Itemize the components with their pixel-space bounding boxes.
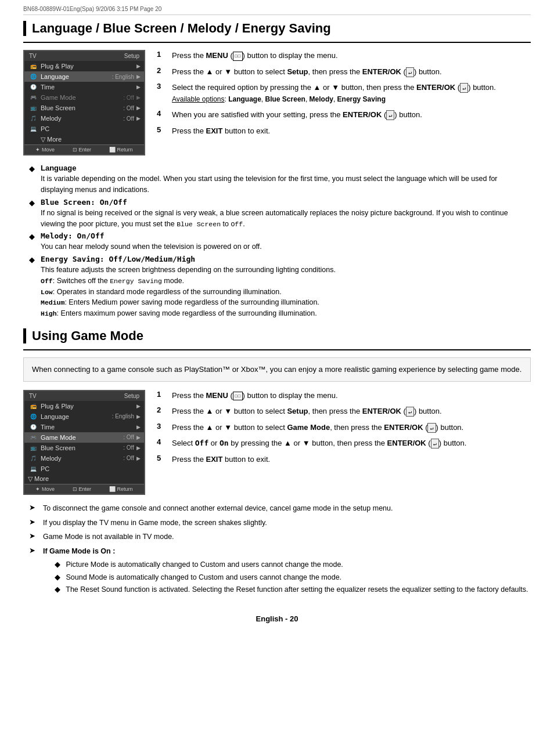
page: BN68-00889W-01Eng(Spa) 9/20/06 3:15 PM P… — [0, 0, 554, 756]
section2-content-row: TV Setup 📻 Plug & Play ▶ 🌐 Language : En… — [23, 390, 531, 495]
tv-melody-label: Melody — [41, 115, 121, 122]
step-number: 2 — [157, 66, 167, 75]
step-number: 5 — [157, 454, 167, 462]
tv-row-plug: 📻 Plug & Play ▶ — [24, 61, 144, 71]
tv2-melody-label: Melody — [41, 455, 121, 462]
step-number: 2 — [157, 406, 167, 414]
tv2-row-time: 🕐 Time ▶ — [24, 422, 144, 432]
header-bar: BN68-00889W-01Eng(Spa) 9/20/06 3:15 PM P… — [23, 6, 531, 15]
step-text: Press the ▲ or ▼ button to select Setup,… — [172, 406, 442, 417]
step1-5: 5 Press the EXIT button to exit. — [157, 125, 531, 137]
note-4: ➤ If Game Mode is On : ◆ Picture Mode is… — [23, 546, 531, 597]
bullet-title: Melody: On/Off — [41, 231, 531, 240]
tv-row-gamemode: 🎮 Game Mode : Off ▶ — [24, 92, 144, 103]
section1-content-row: TV Setup 📻 Plug & Play ▶ 🌐 Language : En… — [23, 50, 531, 155]
note-arrow-icon: ➤ — [29, 503, 39, 514]
tv2-footer-enter: ⊡ Enter — [73, 486, 91, 492]
tv-footer-enter: ⊡ Enter — [73, 147, 91, 153]
tv2-row-more: ▽ More — [24, 474, 144, 484]
tv2-pc-icon: 💻 — [28, 465, 38, 473]
step-text: Press the MENU (☐☐) button to display th… — [172, 390, 338, 401]
tv-lang-icon: 🌐 — [28, 73, 38, 81]
bullet-language: ◆ Language It is variable depending on t… — [29, 164, 531, 196]
step-text: Press the ▲ or ▼ button to select Setup,… — [172, 66, 442, 78]
tv2-blue-label: Blue Screen — [41, 444, 121, 451]
bullet-content: Blue Screen: On/Off If no signal is bein… — [41, 198, 531, 230]
step2-3: 3 Press the ▲ or ▼ button to select Game… — [157, 422, 531, 433]
tv-footer-2: ✦ Move ⊡ Enter ⬜ Return — [24, 484, 144, 494]
section1: Language / Blue Screen / Melody / Energy… — [23, 21, 531, 319]
tv-time-icon: 🕐 — [28, 83, 38, 91]
tv-blue-icon: 📺 — [28, 104, 38, 112]
note-1: ➤ To disconnect the game console and con… — [23, 503, 531, 514]
step1-4: 4 When you are satisfied with your setti… — [157, 109, 531, 121]
notes-section: ➤ To disconnect the game console and con… — [23, 503, 531, 597]
tv2-row-pc: 💻 PC — [24, 464, 144, 474]
tv-lang-label: Language — [41, 73, 110, 80]
note-text: If you display the TV menu in Game mode,… — [43, 518, 267, 529]
tv2-row-plug: 📻 Plug & Play ▶ — [24, 401, 144, 411]
tv-melody-icon: 🎵 — [28, 114, 38, 122]
bullet-diamond-icon: ◆ — [29, 198, 37, 230]
tv2-game-icon: 🎮 — [28, 433, 38, 442]
sub-bullet-text: Sound Mode is automatically changed to C… — [64, 572, 341, 583]
sub-bullet-text: The Reset Sound function is activated. S… — [64, 584, 528, 595]
tv2-row-melody: 🎵 Melody : Off ▶ — [24, 453, 144, 464]
tv2-footer-move: ✦ Move — [35, 486, 55, 492]
tv2-row-gamemode: 🎮 Game Mode : Off ▶ — [24, 432, 144, 443]
bullet-bluescreen: ◆ Blue Screen: On/Off If no signal is be… — [29, 198, 531, 230]
tv2-lang-icon: 🌐 — [28, 413, 38, 421]
note-3: ➤ Game Mode is not available in TV mode. — [23, 531, 531, 542]
tv-row-melody: 🎵 Melody : Off ▶ — [24, 113, 144, 124]
bullet-content: Language It is variable depending on the… — [41, 164, 531, 196]
tv-footer-return: ⬜ Return — [109, 147, 133, 153]
tv2-time-icon: 🕐 — [28, 423, 38, 431]
step-text: Press the EXIT button to exit. — [172, 125, 270, 137]
tv-row-bluescreen: 📺 Blue Screen : Off ▶ — [24, 103, 144, 113]
step1-2: 2 Press the ▲ or ▼ button to select Setu… — [157, 66, 531, 78]
sub-diamond-icon: ◆ — [55, 584, 60, 595]
bullet-title: Language — [41, 164, 531, 172]
step1-1: 1 Press the MENU (☐☐) button to display … — [157, 50, 531, 62]
sub-bullet-1: ◆ Picture Mode is automatically changed … — [55, 559, 528, 570]
note-text: If Game Mode is On : ◆ Picture Mode is a… — [43, 546, 528, 597]
step2-2: 2 Press the ▲ or ▼ button to select Setu… — [157, 406, 531, 417]
step2-5: 5 Press the EXIT button to exit. — [157, 454, 531, 465]
tv-footer-move: ✦ Move — [35, 147, 55, 153]
tv-time-label: Time — [41, 84, 134, 91]
section1-steps: 1 Press the MENU (☐☐) button to display … — [157, 50, 531, 155]
bullet-section-1: ◆ Language It is variable depending on t… — [23, 164, 531, 319]
step-text: Press the ▲ or ▼ button to select Game M… — [172, 422, 463, 433]
sub-diamond-icon: ◆ — [55, 572, 60, 583]
bullet-content: Energy Saving: Off/Low/Medium/High This … — [41, 255, 531, 319]
sub-bullet-text: Picture Mode is automatically changed to… — [64, 559, 343, 570]
step-number: 5 — [157, 125, 167, 134]
bullet-body: If no signal is being received or the si… — [41, 208, 531, 230]
footer-text: English - 20 — [256, 614, 298, 623]
tv2-melody-icon: 🎵 — [28, 454, 38, 462]
bullet-energy: ◆ Energy Saving: Off/Low/Medium/High Thi… — [29, 255, 531, 319]
note-arrow-icon: ➤ — [29, 518, 39, 529]
file-info: BN68-00889W-01Eng(Spa) 9/20/06 3:15 PM P… — [23, 6, 161, 12]
tv2-game-label: Game Mode — [41, 434, 121, 441]
bullet-title: Energy Saving: Off/Low/Medium/High — [41, 255, 531, 263]
step1-3: 3 Select the required option by pressing… — [157, 82, 531, 104]
sub-diamond-icon: ◆ — [55, 559, 60, 570]
sub-bullet-3: ◆ The Reset Sound function is activated.… — [55, 584, 528, 595]
tv-footer-1: ✦ Move ⊡ Enter ⬜ Return — [24, 144, 144, 154]
bullet-content: Melody: On/Off You can hear melody sound… — [41, 231, 531, 252]
note-text: To disconnect the game console and conne… — [43, 503, 393, 514]
bullet-diamond-icon: ◆ — [29, 164, 37, 196]
section2-divider — [23, 349, 531, 350]
note-2: ➤ If you display the TV menu in Game mod… — [23, 518, 531, 529]
bullet-title: Blue Screen: On/Off — [41, 198, 531, 207]
tv-blue-label: Blue Screen — [41, 104, 121, 111]
tv-row-time: 🕐 Time ▶ — [24, 82, 144, 92]
tv-plug-icon: 📻 — [28, 62, 38, 70]
bullet-diamond-icon: ◆ — [29, 255, 37, 319]
tv-header-2: TV Setup — [24, 391, 144, 401]
step-number: 3 — [157, 422, 167, 431]
bullet-body: This feature adjusts the screen brightne… — [41, 265, 531, 319]
tv2-time-label: Time — [41, 424, 134, 431]
step-text: When you are satisfied with your setting… — [172, 109, 422, 121]
